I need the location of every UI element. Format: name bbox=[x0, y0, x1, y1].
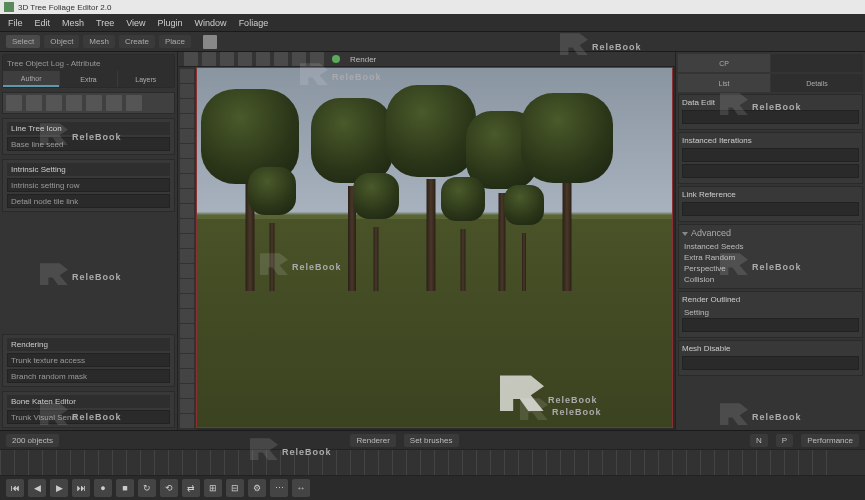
mesh-field[interactable] bbox=[682, 356, 859, 370]
right-btn[interactable]: N bbox=[750, 434, 768, 447]
right-tab-details[interactable]: Details bbox=[771, 74, 863, 92]
shelf-tab-mesh[interactable]: Mesh bbox=[83, 35, 115, 48]
vp-side-btn-16[interactable] bbox=[180, 309, 194, 323]
menu-tree[interactable]: Tree bbox=[96, 18, 114, 28]
document-icon[interactable] bbox=[203, 35, 217, 49]
menu-file[interactable]: File bbox=[8, 18, 23, 28]
right-btn[interactable]: P bbox=[776, 434, 793, 447]
vp-side-btn-9[interactable] bbox=[180, 204, 194, 218]
vp-side-btn-0[interactable] bbox=[180, 69, 194, 83]
vp-side-btn-5[interactable] bbox=[180, 144, 194, 158]
playback-btn-11[interactable]: ⚙ bbox=[248, 479, 266, 497]
move-icon[interactable] bbox=[6, 95, 22, 111]
playback-btn-8[interactable]: ⇄ bbox=[182, 479, 200, 497]
renderer-button[interactable]: Renderer bbox=[350, 434, 395, 447]
playback-btn-2[interactable]: ▶ bbox=[50, 479, 68, 497]
left-tab-extra[interactable]: Extra bbox=[60, 71, 116, 87]
intrinsic-row-1[interactable]: Detail node tile link bbox=[7, 194, 170, 208]
timeline-track[interactable] bbox=[0, 449, 865, 476]
vp-side-btn-20[interactable] bbox=[180, 369, 194, 383]
playback-btn-12[interactable]: ⋯ bbox=[270, 479, 288, 497]
vp-side-btn-19[interactable] bbox=[180, 354, 194, 368]
viewport-tool-0[interactable] bbox=[310, 52, 324, 66]
viewport-tool-5[interactable] bbox=[220, 52, 234, 66]
adv-item[interactable]: Collision bbox=[682, 274, 859, 285]
vp-side-btn-1[interactable] bbox=[180, 84, 194, 98]
brush-icon[interactable] bbox=[66, 95, 82, 111]
menu-plugin[interactable]: Plugin bbox=[158, 18, 183, 28]
link-field[interactable] bbox=[682, 202, 859, 216]
playback-btn-1[interactable]: ◀ bbox=[28, 479, 46, 497]
vp-side-btn-7[interactable] bbox=[180, 174, 194, 188]
playback-btn-5[interactable]: ■ bbox=[116, 479, 134, 497]
vp-side-btn-15[interactable] bbox=[180, 294, 194, 308]
brushes-button[interactable]: Set brushes bbox=[404, 434, 459, 447]
right-top-tab-empty[interactable] bbox=[771, 54, 863, 72]
adv-item[interactable]: Perspective bbox=[682, 263, 859, 274]
vp-side-btn-13[interactable] bbox=[180, 264, 194, 278]
vp-side-btn-14[interactable] bbox=[180, 279, 194, 293]
playback-btn-10[interactable]: ⊟ bbox=[226, 479, 244, 497]
vp-side-btn-3[interactable] bbox=[180, 114, 194, 128]
inst-field[interactable] bbox=[682, 164, 859, 178]
viewport-3d[interactable] bbox=[196, 67, 673, 428]
viewport-tool-6[interactable] bbox=[202, 52, 216, 66]
shelf-tab-create[interactable]: Create bbox=[119, 35, 155, 48]
playback-btn-6[interactable]: ↻ bbox=[138, 479, 156, 497]
playback-btn-3[interactable]: ⏭ bbox=[72, 479, 90, 497]
render-field-1[interactable]: Branch random mask bbox=[7, 369, 170, 383]
menu-view[interactable]: View bbox=[126, 18, 145, 28]
right-sec-title[interactable]: Advanced bbox=[682, 228, 859, 238]
viewport-tool-7[interactable] bbox=[184, 52, 198, 66]
viewport-mode-label[interactable]: Render bbox=[350, 55, 376, 64]
shelf-tab-object[interactable]: Object bbox=[44, 35, 79, 48]
random-icon[interactable] bbox=[106, 95, 122, 111]
vp-side-btn-22[interactable] bbox=[180, 399, 194, 413]
vp-side-btn-4[interactable] bbox=[180, 129, 194, 143]
menu-mesh[interactable]: Mesh bbox=[62, 18, 84, 28]
render-field-0[interactable]: Trunk texture access bbox=[7, 353, 170, 367]
render-sub[interactable]: Setting bbox=[682, 307, 859, 318]
tree-instance[interactable] bbox=[445, 229, 481, 291]
leaf-icon[interactable] bbox=[86, 95, 102, 111]
vp-side-btn-23[interactable] bbox=[180, 414, 194, 428]
vp-side-btn-11[interactable] bbox=[180, 234, 194, 248]
playback-btn-7[interactable]: ⟲ bbox=[160, 479, 178, 497]
bone-field[interactable]: Trunk Visual Send bbox=[7, 410, 170, 424]
vp-side-btn-17[interactable] bbox=[180, 324, 194, 338]
playback-btn-9[interactable]: ⊞ bbox=[204, 479, 222, 497]
left-tab-author[interactable]: Author bbox=[3, 71, 59, 87]
scale-icon[interactable] bbox=[46, 95, 62, 111]
shelf-tab-place[interactable]: Place bbox=[159, 35, 191, 48]
vp-side-btn-18[interactable] bbox=[180, 339, 194, 353]
adv-item[interactable]: Instanced Seeds bbox=[682, 241, 859, 252]
line-seed-field[interactable]: Base line seed bbox=[7, 137, 170, 151]
viewport-tool-4[interactable] bbox=[238, 52, 252, 66]
vp-side-btn-12[interactable] bbox=[180, 249, 194, 263]
data-edit-field[interactable] bbox=[682, 110, 859, 124]
shelf-tab-select[interactable]: Select bbox=[6, 35, 40, 48]
vp-side-btn-2[interactable] bbox=[180, 99, 194, 113]
render-out-field[interactable] bbox=[682, 318, 859, 332]
viewport-tool-2[interactable] bbox=[274, 52, 288, 66]
left-tab-layers[interactable]: Layers bbox=[118, 71, 174, 87]
right-tab-list[interactable]: List bbox=[678, 74, 770, 92]
playback-btn-13[interactable]: ↔ bbox=[292, 479, 310, 497]
right-top-tab[interactable]: CP bbox=[678, 54, 770, 72]
intrinsic-row-0[interactable]: Intrinsic setting row bbox=[7, 178, 170, 192]
viewport-tool-1[interactable] bbox=[292, 52, 306, 66]
playback-btn-0[interactable]: ⏮ bbox=[6, 479, 24, 497]
right-btn[interactable]: Performance bbox=[801, 434, 859, 447]
inst-field[interactable] bbox=[682, 148, 859, 162]
vp-side-btn-10[interactable] bbox=[180, 219, 194, 233]
menu-foliage[interactable]: Foliage bbox=[239, 18, 269, 28]
tree-instance[interactable] bbox=[252, 223, 292, 291]
vp-side-btn-21[interactable] bbox=[180, 384, 194, 398]
adv-item[interactable]: Extra Random bbox=[682, 252, 859, 263]
vp-side-btn-8[interactable] bbox=[180, 189, 194, 203]
menu-window[interactable]: Window bbox=[195, 18, 227, 28]
tree-instance[interactable] bbox=[507, 233, 541, 291]
align-icon[interactable] bbox=[126, 95, 142, 111]
vp-side-btn-6[interactable] bbox=[180, 159, 194, 173]
playback-btn-4[interactable]: ● bbox=[94, 479, 112, 497]
